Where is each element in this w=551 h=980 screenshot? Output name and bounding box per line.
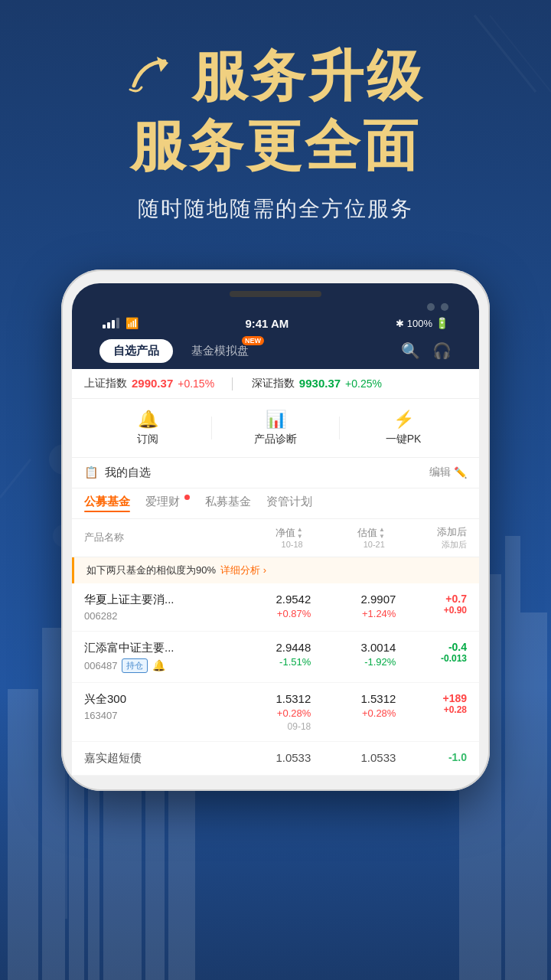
fund-code-3: 163407	[84, 710, 117, 721]
battery-percent: 100%	[407, 318, 432, 329]
fund-row-1[interactable]: 华夏上证主要消... 006282 2.9542 +0.87% 2.9907 +…	[72, 583, 479, 632]
watchlist-title: 📋 我的自选	[84, 466, 151, 480]
action-pk[interactable]: ⚡ 一键PK	[340, 410, 467, 446]
category-tabs: 公募基金 爱理财 私募基金 资管计划	[72, 488, 479, 519]
fund-code-1: 006282	[84, 610, 117, 622]
fund-nav-col-4: 1.0533	[226, 751, 311, 764]
tab-icons: 🔍 🎧	[401, 339, 452, 363]
headset-icon[interactable]: 🎧	[432, 341, 452, 360]
status-time: 9:41 AM	[245, 317, 289, 330]
arrow-icon	[126, 55, 180, 97]
fund-code-row-3: 163407	[84, 710, 226, 721]
edit-icon: ✏️	[454, 466, 467, 479]
fund-nav-col-2: 2.9448 -1.51%	[226, 641, 311, 668]
fund-return-4: -1.0	[396, 751, 467, 763]
fund-info-4: 嘉实超短债	[84, 751, 226, 766]
svg-rect-10	[520, 612, 547, 980]
new-badge: NEW	[242, 336, 264, 345]
tab-fund-simulator[interactable]: 基金模拟盘 NEW	[178, 339, 262, 363]
action-bar: 🔔 订阅 📊 产品诊断 ⚡ 一键PK	[72, 399, 479, 458]
fund-code-row-2: 006487 持仓 🔔	[84, 658, 226, 673]
col-header-est: 估值 ▲▼ 10-21	[303, 526, 385, 549]
promo-title-line1: 服务升级	[31, 46, 520, 106]
bell-icon: 🔔	[138, 410, 158, 430]
fund-return-2: -0.4 -0.013	[396, 641, 467, 664]
fund-est-col-3: 1.5312 +0.28%	[311, 692, 396, 719]
svg-rect-0	[8, 689, 38, 980]
watchlist-icon: 📋	[84, 466, 99, 479]
fund-info-3: 兴全300 163407	[84, 692, 226, 721]
fund-info-1: 华夏上证主要消... 006282	[84, 593, 226, 622]
ticker-shanghai: 上证指数 2990.37 +0.15%	[84, 377, 214, 390]
sort-arrows-est: ▲▼	[379, 526, 385, 540]
fund-return-3: +189 +0.28	[396, 692, 467, 715]
new-dot-badge	[184, 495, 190, 500]
fund-tag-2: 持仓	[122, 658, 148, 673]
fund-name-3: 兴全300	[84, 692, 226, 707]
fund-bell-2: 🔔	[152, 659, 165, 671]
phone-speaker	[230, 291, 321, 297]
vs-icon: ⚡	[393, 410, 414, 430]
phone-camera-row	[87, 303, 464, 311]
tab-watchlist[interactable]: 自选产品	[99, 339, 173, 363]
fund-name-4: 嘉实超短债	[84, 751, 226, 766]
watchlist-edit-button[interactable]: 编辑 ✏️	[429, 466, 467, 479]
fund-code-row-1: 006282	[84, 610, 226, 622]
fund-est-col-2: 3.0014 -1.92%	[311, 641, 396, 668]
status-bar: 📶 9:41 AM ✱ 100% 🔋	[87, 314, 464, 333]
market-ticker: 上证指数 2990.37 +0.15% │ 深证指数 9930.37 +0.25…	[72, 369, 479, 399]
sort-arrows-nav: ▲▼	[297, 526, 303, 540]
svg-line-16	[0, 459, 31, 498]
cat-tab-private-fund[interactable]: 私募基金	[205, 495, 251, 512]
tab-bar: 自选产品 基金模拟盘 NEW 🔍 🎧	[87, 333, 464, 369]
search-icon[interactable]: 🔍	[401, 341, 420, 360]
similarity-notice: 如下两只基金的相似度为90% 详细分析 ›	[72, 557, 479, 583]
svg-rect-9	[505, 536, 520, 980]
battery-icon: 🔋	[435, 317, 448, 329]
col-header-name: 产品名称	[84, 531, 221, 544]
fund-nav-col-1: 2.9542 +0.87%	[226, 593, 311, 619]
fund-name-1: 华夏上证主要消...	[84, 593, 226, 607]
promo-section: 服务升级 服务更全面 随时随地随需的全方位服务	[0, 0, 551, 247]
table-header: 产品名称 净值 ▲▼ 10-18 估值 ▲▼ 10-21 添加后	[72, 519, 479, 557]
fund-nav-col-3: 1.5312 +0.28% 09-18	[226, 692, 311, 732]
watchlist-header: 📋 我的自选 编辑 ✏️	[72, 458, 479, 488]
cat-tab-wealth[interactable]: 爱理财	[145, 495, 190, 512]
col-header-return: 添加后 添加后	[385, 525, 467, 550]
col-header-nav: 净值 ▲▼ 10-18	[221, 526, 303, 549]
action-diagnose[interactable]: 📊 产品诊断	[212, 410, 339, 446]
status-right: ✱ 100% 🔋	[396, 317, 448, 329]
fund-row-4[interactable]: 嘉实超短债 1.0533 1.0533 -1.0	[72, 742, 479, 776]
fund-row-3[interactable]: 兴全300 163407 1.5312 +0.28% 09-18 1.5312 …	[72, 683, 479, 742]
promo-subtitle: 随时随地随需的全方位服务	[31, 194, 520, 224]
cat-tab-asset-mgmt[interactable]: 资管计划	[266, 495, 312, 512]
fund-info-2: 汇添富中证主要... 006487 持仓 🔔	[84, 641, 226, 673]
chart-icon: 📊	[266, 410, 286, 430]
similarity-link[interactable]: 详细分析 ›	[220, 564, 266, 577]
promo-title-line2: 服务更全面	[31, 113, 520, 178]
fund-name-2: 汇添富中证主要...	[84, 641, 226, 655]
signal-bars-icon	[103, 318, 119, 328]
ticker-shenzhen: 深证指数 9930.37 +0.25%	[252, 377, 382, 390]
status-signal: 📶	[103, 317, 139, 329]
bluetooth-icon: ✱	[396, 318, 404, 329]
fund-row-2[interactable]: 汇添富中证主要... 006487 持仓 🔔 2.9448 -1.51% 3.0…	[72, 632, 479, 683]
wifi-icon: 📶	[126, 317, 139, 329]
fund-est-col-4: 1.0533	[311, 751, 396, 764]
phone-mockup: 📶 9:41 AM ✱ 100% 🔋 自选产品 基金模拟盘 NEW	[61, 270, 490, 791]
action-subscribe[interactable]: 🔔 订阅	[84, 410, 211, 446]
fund-code-2: 006487	[84, 660, 117, 671]
fund-est-col-1: 2.9907 +1.24%	[311, 593, 396, 619]
cat-tab-public-fund[interactable]: 公募基金	[84, 495, 130, 512]
fund-return-1: +0.7 +0.90	[396, 593, 467, 616]
ticker-divider: │	[230, 377, 236, 390]
